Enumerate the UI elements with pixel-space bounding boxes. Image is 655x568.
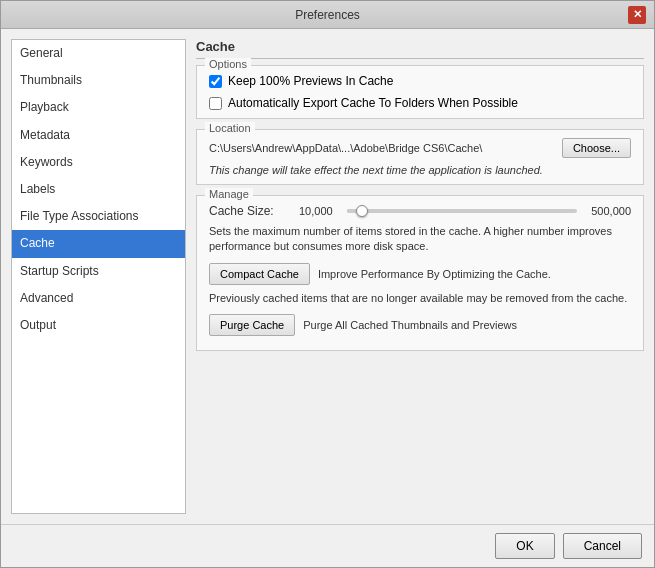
sidebar-item-playback[interactable]: Playback xyxy=(12,94,185,121)
sidebar-item-general[interactable]: General xyxy=(12,40,185,67)
sidebar-item-startup-scripts[interactable]: Startup Scripts xyxy=(12,258,185,285)
ok-button[interactable]: OK xyxy=(495,533,554,559)
purge-cache-button[interactable]: Purge Cache xyxy=(209,314,295,336)
auto-export-checkbox[interactable] xyxy=(209,97,222,110)
choose-button[interactable]: Choose... xyxy=(562,138,631,158)
location-group-label: Location xyxy=(205,122,255,134)
close-button[interactable]: ✕ xyxy=(628,6,646,24)
change-note: This change will take effect the next ti… xyxy=(209,164,631,176)
sidebar-item-cache[interactable]: Cache xyxy=(12,230,185,257)
cancel-button[interactable]: Cancel xyxy=(563,533,642,559)
purge-row: Purge Cache Purge All Cached Thumbnails … xyxy=(209,314,631,336)
keep-previews-row: Keep 100% Previews In Cache xyxy=(209,74,631,88)
slider-info: Sets the maximum number of items stored … xyxy=(209,224,631,255)
main-content: Cache Options Keep 100% Previews In Cach… xyxy=(196,39,644,514)
section-title: Cache xyxy=(196,39,644,59)
compact-note: Previously cached items that are no long… xyxy=(209,291,631,306)
location-group: Location C:\Users\Andrew\AppData\...\Ado… xyxy=(196,129,644,185)
preferences-dialog: Preferences ✕ GeneralThumbnailsPlaybackM… xyxy=(0,0,655,568)
cache-size-label: Cache Size: xyxy=(209,204,289,218)
keep-previews-checkbox[interactable] xyxy=(209,75,222,88)
title-bar: Preferences ✕ xyxy=(1,1,654,29)
location-path: C:\Users\Andrew\AppData\...\Adobe\Bridge… xyxy=(209,142,554,154)
manage-group-label: Manage xyxy=(205,188,253,200)
location-row: C:\Users\Andrew\AppData\...\Adobe\Bridge… xyxy=(209,138,631,158)
options-group-label: Options xyxy=(205,58,251,70)
dialog-body: GeneralThumbnailsPlaybackMetadataKeyword… xyxy=(1,29,654,524)
sidebar-item-thumbnails[interactable]: Thumbnails xyxy=(12,67,185,94)
sidebar: GeneralThumbnailsPlaybackMetadataKeyword… xyxy=(11,39,186,514)
slider-track[interactable] xyxy=(347,209,578,213)
options-group: Options Keep 100% Previews In Cache Auto… xyxy=(196,65,644,119)
keep-previews-label: Keep 100% Previews In Cache xyxy=(228,74,393,88)
manage-group: Manage Cache Size: 10,000 500,000 Sets t… xyxy=(196,195,644,351)
auto-export-row: Automatically Export Cache To Folders Wh… xyxy=(209,96,631,110)
sidebar-item-file-type-associations[interactable]: File Type Associations xyxy=(12,203,185,230)
dialog-footer: OK Cancel xyxy=(1,524,654,567)
compact-row: Compact Cache Improve Performance By Opt… xyxy=(209,263,631,285)
compact-cache-button[interactable]: Compact Cache xyxy=(209,263,310,285)
dialog-title: Preferences xyxy=(27,8,628,22)
auto-export-label: Automatically Export Cache To Folders Wh… xyxy=(228,96,518,110)
slider-min: 10,000 xyxy=(299,205,333,217)
slider-row: Cache Size: 10,000 500,000 xyxy=(209,204,631,218)
sidebar-item-metadata[interactable]: Metadata xyxy=(12,122,185,149)
sidebar-item-keywords[interactable]: Keywords xyxy=(12,149,185,176)
compact-desc: Improve Performance By Optimizing the Ca… xyxy=(318,268,551,280)
sidebar-item-labels[interactable]: Labels xyxy=(12,176,185,203)
purge-desc: Purge All Cached Thumbnails and Previews xyxy=(303,319,517,331)
slider-thumb[interactable] xyxy=(356,205,368,217)
sidebar-item-advanced[interactable]: Advanced xyxy=(12,285,185,312)
sidebar-item-output[interactable]: Output xyxy=(12,312,185,339)
slider-max: 500,000 xyxy=(591,205,631,217)
